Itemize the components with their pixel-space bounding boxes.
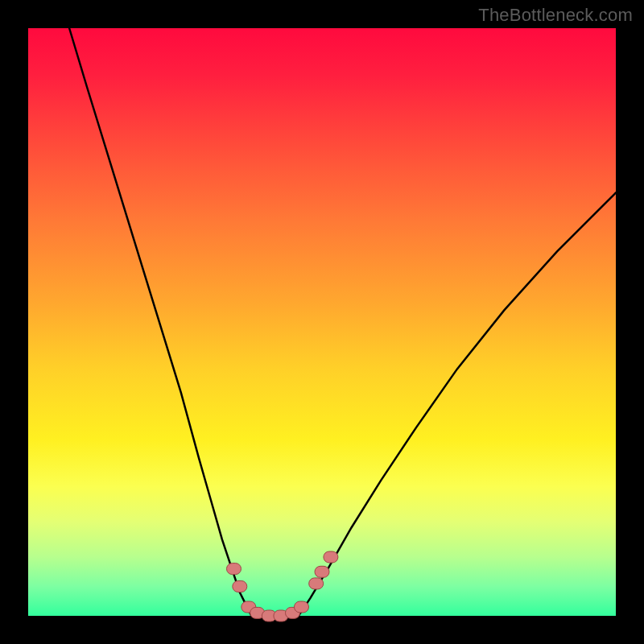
marker-point bbox=[295, 601, 309, 613]
bottleneck-curve bbox=[69, 28, 616, 616]
marker-group bbox=[227, 551, 338, 621]
marker-point bbox=[227, 564, 242, 575]
marker-point bbox=[324, 551, 338, 563]
plot-area bbox=[28, 28, 616, 616]
marker-point bbox=[315, 566, 329, 577]
chart-svg bbox=[28, 28, 616, 616]
marker-point bbox=[233, 581, 247, 592]
watermark-text: TheBottleneck.com bbox=[478, 5, 633, 26]
chart-frame: TheBottleneck.com bbox=[0, 0, 644, 644]
marker-point bbox=[309, 578, 324, 589]
